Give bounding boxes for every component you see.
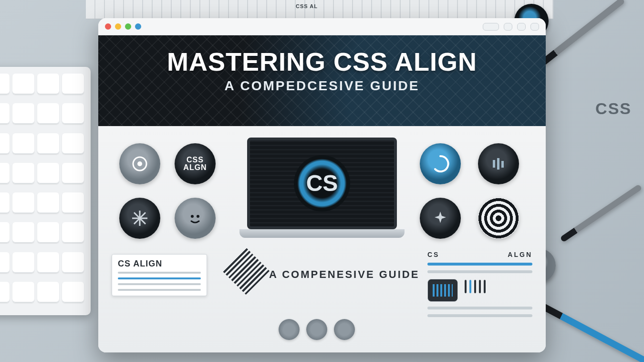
- desk-surface: CSS AL CSS MASTERING CS: [0, 0, 644, 362]
- pen-prop: [560, 184, 642, 243]
- window-chrome: [98, 18, 546, 35]
- chrome-square-icon: [504, 23, 512, 31]
- badge-label: CSS ALGN: [183, 156, 207, 171]
- card-cs-align: CS ALIGN: [112, 254, 207, 296]
- window-maximize-icon[interactable]: [125, 23, 131, 30]
- pen-prop: [540, 303, 644, 362]
- face-icon: [175, 198, 216, 239]
- cs-logo-letter: CS: [306, 172, 338, 195]
- svg-point-9: [191, 215, 194, 218]
- laptop-base: [239, 229, 405, 238]
- bottom-subtitle: A COMPENESIVE GUIDE: [269, 269, 419, 280]
- hero-subtitle: A COMPEDCESIVE GUIDE: [98, 79, 546, 93]
- chrome-right-controls: [483, 23, 539, 31]
- chrome-pill-icon: [483, 23, 499, 31]
- css-align-badge: CSS ALGN: [175, 143, 216, 184]
- browser-window: MASTERING CSS ALIGN A COMPEDCESIVE GUIDE…: [98, 18, 546, 352]
- hero-banner: MASTERING CSS ALIGN A COMPEDCESIVE GUIDE: [98, 35, 546, 126]
- svg-rect-2: [493, 160, 495, 168]
- svg-rect-4: [501, 161, 504, 168]
- window-minimize-icon[interactable]: [115, 23, 121, 30]
- side-css-text: CSS: [595, 100, 632, 117]
- window-close-icon[interactable]: [105, 23, 111, 30]
- card-title: CS ALIGN: [118, 259, 201, 268]
- target-icon: [119, 143, 160, 184]
- bars-icon: [478, 143, 519, 184]
- swirl-icon: [420, 143, 461, 184]
- svg-point-10: [197, 215, 199, 218]
- laptop-screen: CS: [247, 138, 397, 229]
- side-panel: CS ALGN: [427, 251, 532, 323]
- window-extra-dot-icon: [135, 23, 141, 30]
- chrome-square-icon: [530, 23, 539, 31]
- mini-knob-icon: [279, 319, 300, 340]
- mini-knob-icon: [306, 319, 327, 340]
- cs-logo-icon: CS: [294, 155, 350, 212]
- chrome-square-icon: [517, 23, 526, 31]
- burst-icon: [119, 198, 160, 239]
- hero-title: MASTERING CSS ALIGN: [98, 35, 546, 75]
- side-panel-right-label: ALGN: [508, 251, 532, 258]
- ruler-strip: CSS AL: [86, 0, 553, 19]
- laptop-illustration: CS: [247, 138, 397, 238]
- mini-knob-icon: [334, 319, 355, 340]
- concentric-icon: [478, 198, 519, 239]
- eq-chip-icon: [427, 279, 458, 302]
- poster-content: CS CSS ALGN: [98, 126, 546, 352]
- ruler-label: CSS AL: [296, 4, 318, 9]
- keyboard-prop: [0, 67, 91, 315]
- side-panel-left-label: CS: [427, 251, 439, 258]
- svg-rect-3: [497, 158, 499, 170]
- svg-point-1: [137, 161, 142, 166]
- diamond-pattern-icon: [223, 248, 270, 296]
- slider-icon: [465, 280, 486, 293]
- sparkle-icon: [420, 198, 461, 239]
